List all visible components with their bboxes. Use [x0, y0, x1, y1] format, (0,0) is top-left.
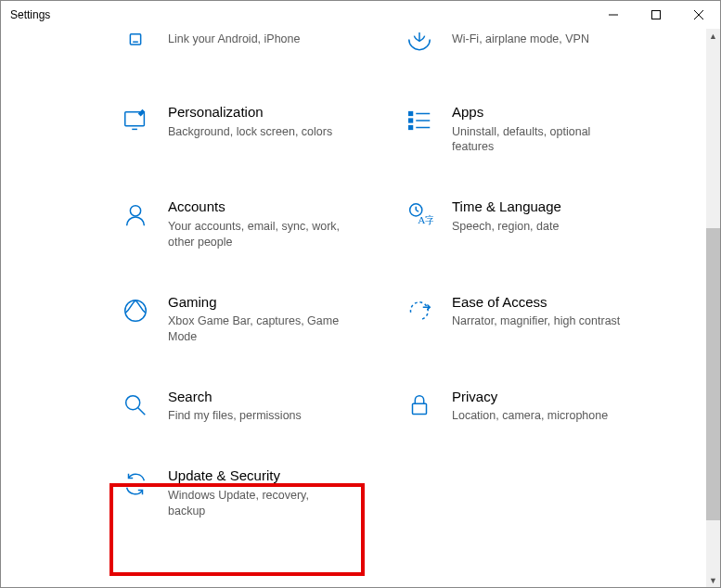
tile-sub: Uninstall, defaults, optional features	[452, 124, 628, 156]
scroll-track[interactable]	[706, 43, 720, 573]
tile-sub: Background, lock screen, colors	[168, 124, 332, 140]
time-language-icon: A字	[404, 199, 435, 231]
search-icon	[120, 390, 151, 421]
tile-title: Search	[168, 388, 302, 406]
svg-point-21	[126, 395, 140, 409]
tile-sub: Location, camera, microphone	[452, 408, 608, 424]
svg-rect-23	[413, 403, 427, 414]
tile-sub: Link your Android, iPhone	[168, 32, 300, 47]
maximize-button[interactable]	[635, 1, 677, 29]
tile-title: Personalization	[168, 103, 332, 121]
svg-line-18	[416, 211, 418, 212]
tile-title: Privacy	[452, 388, 608, 406]
update-sync-icon	[120, 468, 151, 500]
tile-sub: Find my files, permissions	[168, 408, 302, 424]
tile-sub: Narrator, magnifier, high contrast	[452, 313, 620, 329]
window-title: Settings	[10, 8, 50, 21]
accounts-icon	[120, 199, 151, 231]
close-button[interactable]	[677, 1, 720, 29]
settings-grid: Link your Android, iPhone Wi-Fi, airplan…	[1, 29, 706, 537]
svg-line-22	[138, 408, 146, 415]
svg-rect-1	[652, 11, 661, 19]
tile-title: Accounts	[168, 198, 344, 216]
tile-title: Ease of Access	[452, 293, 620, 312]
title-bar: Settings	[1, 1, 720, 29]
globe-icon	[404, 29, 435, 60]
tile-update-security[interactable]: Update & Security Windows Update, recove…	[120, 467, 385, 518]
tile-accounts[interactable]: Accounts Your accounts, email, sync, wor…	[120, 198, 385, 249]
tile-sub: Wi-Fi, airplane mode, VPN	[452, 32, 589, 47]
svg-text:A字: A字	[418, 215, 433, 226]
ease-of-access-icon	[404, 295, 435, 326]
gaming-icon	[120, 295, 151, 326]
tile-sub: Windows Update, recovery, backup	[168, 488, 344, 519]
apps-icon	[404, 105, 435, 136]
tile-privacy[interactable]: Privacy Location, camera, microphone	[404, 388, 669, 424]
phone-icon	[120, 29, 151, 60]
tile-sub: Speech, region, date	[452, 219, 561, 235]
tile-phone[interactable]: Link your Android, iPhone	[120, 29, 385, 60]
scroll-thumb[interactable]	[706, 228, 720, 520]
tile-title: Apps	[452, 103, 628, 121]
tile-title: Gaming	[168, 293, 344, 312]
tile-sub: Xbox Game Bar, captures, Game Mode	[168, 313, 344, 345]
tile-apps[interactable]: Apps Uninstall, defaults, optional featu…	[404, 103, 669, 155]
settings-content: Link your Android, iPhone Wi-Fi, airplan…	[1, 29, 706, 587]
tile-title: Time & Language	[452, 198, 561, 216]
window-controls	[592, 1, 720, 29]
tile-ease-of-access[interactable]: Ease of Access Narrator, magnifier, high…	[404, 293, 669, 345]
tile-time-language[interactable]: A字 Time & Language Speech, region, date	[404, 198, 669, 249]
tile-personalization[interactable]: Personalization Background, lock screen,…	[120, 103, 385, 155]
tile-gaming[interactable]: Gaming Xbox Game Bar, captures, Game Mod…	[120, 293, 385, 345]
tile-network[interactable]: Wi-Fi, airplane mode, VPN	[404, 29, 669, 60]
svg-rect-10	[409, 119, 413, 122]
svg-rect-9	[409, 112, 413, 116]
minimize-button[interactable]	[592, 1, 635, 29]
svg-point-15	[130, 206, 140, 216]
privacy-lock-icon	[404, 390, 435, 421]
scroll-up-arrow[interactable]: ▲	[706, 29, 720, 43]
scroll-down-arrow[interactable]: ▼	[706, 573, 720, 587]
tile-title: Update & Security	[168, 467, 344, 485]
vertical-scrollbar[interactable]: ▲ ▼	[706, 29, 720, 587]
svg-rect-11	[409, 126, 413, 130]
tile-sub: Your accounts, email, sync, work, other …	[168, 219, 344, 250]
tile-search[interactable]: Search Find my files, permissions	[120, 388, 385, 424]
svg-rect-4	[130, 34, 140, 45]
personalization-icon	[120, 105, 151, 136]
